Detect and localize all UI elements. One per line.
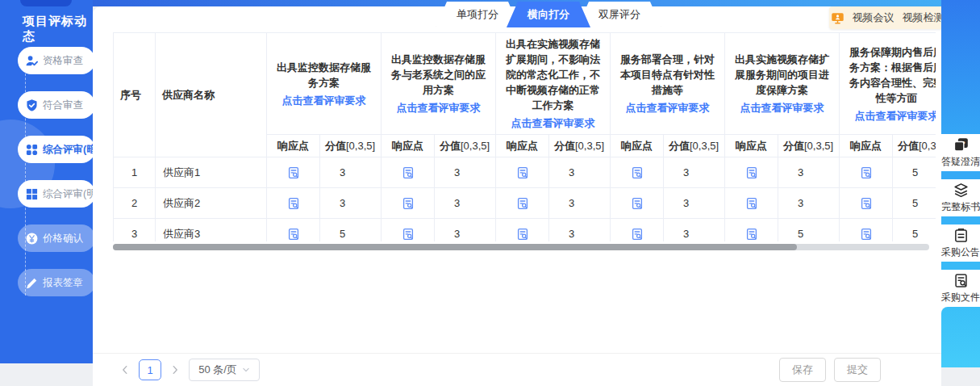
table-row: 2供应商2333335 xyxy=(114,188,936,219)
response-point-cell[interactable] xyxy=(611,219,664,242)
tab-横向打分[interactable]: 横向打分 xyxy=(507,2,590,27)
question-chat-icon: ? xyxy=(953,137,969,153)
response-point-cell[interactable] xyxy=(382,188,435,219)
score-cell[interactable]: 3 xyxy=(549,219,611,242)
view-review-requirements-link[interactable]: 点击查看评审要求 xyxy=(503,116,603,131)
criteria-header-4: 服务部署合理，针对本项目特点有针对性措施等点击查看评审要求 xyxy=(611,33,725,135)
pagination-page-1[interactable]: 1 xyxy=(139,359,161,380)
sidebar-item-符合审查[interactable]: 符合审查 xyxy=(18,91,93,119)
rail-item-答疑澄清[interactable]: ?答疑澄清 xyxy=(941,134,980,171)
doc-search-icon[interactable] xyxy=(860,228,873,241)
sidebar-item-价格确认[interactable]: 价格确认 xyxy=(18,224,93,252)
view-review-requirements-link[interactable]: 点击查看评审要求 xyxy=(388,101,489,115)
table-head: 序号供应商名称出具监控数据存储服务方案点击查看评审要求出具监控数据存储服务与老系… xyxy=(114,33,936,157)
response-point-cell[interactable] xyxy=(267,219,320,242)
view-review-requirements-link[interactable]: 点击查看评审要求 xyxy=(732,101,832,115)
sidebar-item-资格审查[interactable]: 资格审查 xyxy=(18,47,93,74)
score-cell[interactable]: 5 xyxy=(778,219,840,242)
score-cell[interactable]: 3 xyxy=(435,157,496,188)
doc-search-icon[interactable] xyxy=(745,228,758,241)
doc-search-icon[interactable] xyxy=(631,197,644,210)
sidebar-top-button[interactable] xyxy=(20,0,72,6)
page-size-select[interactable]: 50 条/页 xyxy=(189,359,260,381)
sidebar-item-综合评审(暗)[interactable]: 综合评审(暗) xyxy=(18,136,93,163)
doc-search-icon[interactable] xyxy=(402,197,415,210)
view-review-requirements-link[interactable]: 点击查看评审要求 xyxy=(617,101,718,115)
response-point-cell[interactable] xyxy=(611,157,664,188)
scrollbar-thumb[interactable] xyxy=(113,244,797,250)
response-point-cell[interactable] xyxy=(725,157,778,188)
response-point-cell[interactable] xyxy=(840,188,893,219)
criteria-header-6: 服务保障期内售后服务方案：根据售后服务内容合理性、完整性等方面点击查看评审要求 xyxy=(840,33,936,135)
rail-divider xyxy=(941,216,980,224)
submit-button[interactable]: 提交 xyxy=(834,358,881,382)
yen-circle-icon xyxy=(25,232,39,245)
doc-search-icon[interactable] xyxy=(631,166,644,179)
doc-search-icon[interactable] xyxy=(402,228,415,241)
rail-divider xyxy=(941,171,980,179)
response-point-cell[interactable] xyxy=(496,219,549,242)
score-cell[interactable]: 3 xyxy=(549,157,611,188)
score-cell[interactable]: 3 xyxy=(664,188,725,219)
video-check-button[interactable]: 视频检测 xyxy=(903,10,945,25)
score-cell[interactable]: 3 xyxy=(778,157,840,188)
score-cell[interactable]: 3 xyxy=(549,188,611,219)
doc-search-icon[interactable] xyxy=(516,166,529,179)
doc-search-icon[interactable] xyxy=(516,197,529,210)
doc-search-icon[interactable] xyxy=(287,197,300,210)
score-cell[interactable]: 5 xyxy=(893,157,936,188)
response-point-cell[interactable] xyxy=(840,157,893,188)
response-point-cell[interactable] xyxy=(611,188,664,219)
footer-buttons: 保存 提交 xyxy=(779,358,881,382)
pagination-next-icon[interactable] xyxy=(169,364,181,376)
criteria-header-1: 出具监控数据存储服务方案点击查看评审要求 xyxy=(267,33,382,135)
response-point-cell[interactable] xyxy=(496,188,549,219)
save-button[interactable]: 保存 xyxy=(779,358,826,382)
response-point-cell[interactable] xyxy=(382,157,435,188)
doc-search-icon[interactable] xyxy=(402,166,415,179)
score-header: 分值[0,3,5] xyxy=(778,135,840,157)
score-cell[interactable]: 3 xyxy=(320,157,382,188)
response-point-cell[interactable] xyxy=(840,219,893,242)
pagination-prev-icon[interactable] xyxy=(119,364,131,376)
supplier-cell: 供应商1 xyxy=(156,157,267,188)
response-point-cell[interactable] xyxy=(725,219,778,242)
rail-item-采购公告[interactable]: 采购公告 xyxy=(941,224,980,262)
score-cell[interactable]: 5 xyxy=(320,219,382,242)
criteria-header-3: 出具在实施视频存储扩展期间，不影响法院的常态化工作，不中断视频存储的正常工作方案… xyxy=(496,33,611,135)
score-cell[interactable]: 5 xyxy=(893,219,936,242)
view-review-requirements-link[interactable]: 点击查看评审要求 xyxy=(273,94,374,108)
score-cell[interactable]: 3 xyxy=(435,188,496,219)
sidebar-item-综合评审(明)[interactable]: 综合评审(明) xyxy=(18,180,93,208)
doc-search-icon[interactable] xyxy=(860,166,873,179)
criteria-title: 出具监控数据存储服务方案 xyxy=(273,60,374,90)
response-point-cell[interactable] xyxy=(267,157,320,188)
score-cell[interactable]: 3 xyxy=(320,188,382,219)
response-point-header: 响应点 xyxy=(611,135,664,157)
doc-search-icon[interactable] xyxy=(745,197,758,210)
doc-search-icon[interactable] xyxy=(287,166,300,179)
response-point-cell[interactable] xyxy=(725,188,778,219)
score-cell[interactable]: 3 xyxy=(778,188,840,219)
score-cell[interactable]: 3 xyxy=(435,219,496,242)
doc-search-icon[interactable] xyxy=(516,228,529,241)
tab-双屏评分[interactable]: 双屏评分 xyxy=(578,2,661,27)
video-meeting-button[interactable]: 视频会议 xyxy=(853,10,895,25)
response-point-header: 响应点 xyxy=(725,135,778,157)
response-point-cell[interactable] xyxy=(267,188,320,219)
score-cell[interactable]: 3 xyxy=(664,157,725,188)
doc-search-icon[interactable] xyxy=(860,197,873,210)
response-point-cell[interactable] xyxy=(382,219,435,242)
horizontal-scrollbar[interactable] xyxy=(113,244,929,250)
rail-item-完整标书[interactable]: 完整标书 xyxy=(941,179,980,216)
tab-单项打分[interactable]: 单项打分 xyxy=(436,2,519,27)
score-cell[interactable]: 5 xyxy=(893,188,936,219)
view-review-requirements-link[interactable]: 点击查看评审要求 xyxy=(846,109,936,124)
doc-search-icon[interactable] xyxy=(745,166,758,179)
doc-search-icon[interactable] xyxy=(287,228,300,241)
doc-search-icon[interactable] xyxy=(631,228,644,241)
score-cell[interactable]: 3 xyxy=(664,219,725,242)
response-point-cell[interactable] xyxy=(496,157,549,188)
rail-item-采购文件[interactable]: 采购文件 xyxy=(941,270,980,307)
sidebar-item-报表签章[interactable]: 报表签章 xyxy=(18,269,93,296)
